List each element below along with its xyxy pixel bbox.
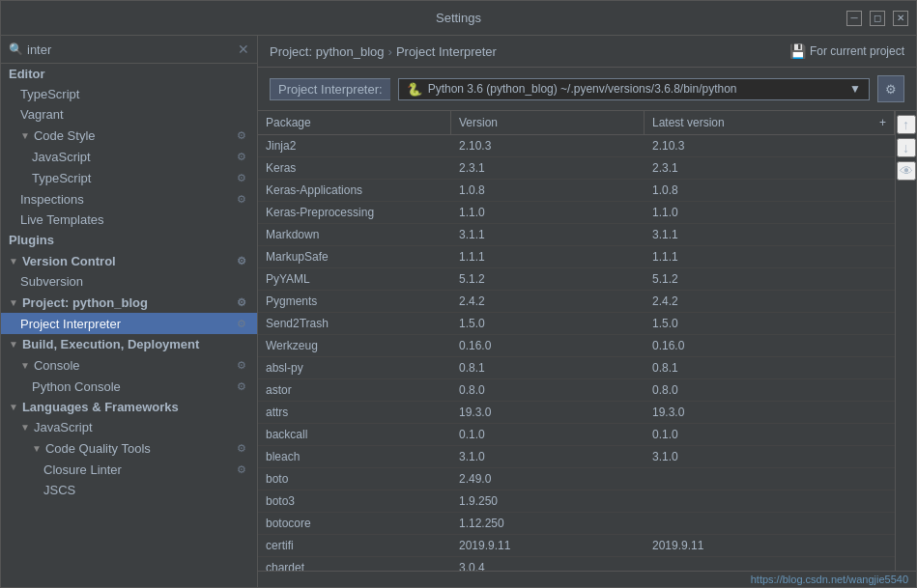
sidebar-item-typescript-cs[interactable]: TypeScript ⚙: [1, 167, 257, 188]
table-row[interactable]: astor0.8.00.8.0: [258, 379, 895, 402]
table-row[interactable]: PyYAML5.1.25.1.2: [258, 268, 895, 291]
table-row[interactable]: botocore1.12.250: [258, 513, 895, 535]
package-latest: 2019.9.11: [645, 535, 895, 556]
collapse-arrow-icon: ▼: [9, 339, 18, 350]
package-name: bleach: [258, 446, 451, 467]
sidebar-item-project-interpreter[interactable]: Project Interpreter ⚙: [1, 313, 257, 334]
package-version: 19.3.0: [451, 402, 645, 423]
config-icon: ⚙: [234, 316, 249, 331]
sidebar-item-label: Project: python_blog: [22, 295, 234, 310]
table-row[interactable]: MarkupSafe1.1.11.1.1: [258, 246, 895, 268]
collapse-arrow-icon: ▼: [32, 443, 42, 454]
sidebar-item-jscs[interactable]: JSCS: [1, 480, 257, 500]
sidebar-item-plugins[interactable]: Plugins: [1, 230, 257, 250]
table-row[interactable]: Markdown3.1.13.1.1: [258, 224, 895, 246]
table-row[interactable]: Pygments2.4.22.4.2: [258, 291, 895, 313]
table-row[interactable]: absl-py0.8.10.8.1: [258, 357, 895, 379]
scroll-down-button[interactable]: ↓: [897, 138, 916, 157]
search-clear-icon[interactable]: ✕: [238, 42, 249, 57]
sidebar-item-label: Closure Linter: [43, 462, 234, 477]
table-row[interactable]: bleach3.1.03.1.0: [258, 446, 895, 468]
package-latest: 1.1.0: [645, 202, 895, 223]
minimize-button[interactable]: ─: [846, 11, 862, 26]
package-latest: 1.5.0: [645, 313, 895, 334]
package-version: 3.0.4: [451, 557, 645, 571]
package-version: 2.4.2: [451, 291, 645, 312]
sidebar-item-label: TypeScript: [32, 171, 234, 185]
sidebar-item-languages-frameworks[interactable]: ▼ Languages & Frameworks: [1, 397, 257, 417]
package-version: 1.5.0: [451, 313, 645, 334]
package-name: Jinja2: [258, 135, 451, 156]
sidebar-item-live-templates[interactable]: Live Templates: [1, 210, 257, 230]
table-row[interactable]: Werkzeug0.16.00.16.0: [258, 335, 895, 357]
breadcrumb-project: Project: python_blog: [270, 44, 385, 59]
sidebar-item-project-python-blog[interactable]: ▼ Project: python_blog ⚙: [1, 292, 257, 313]
package-name: Send2Trash: [258, 313, 451, 334]
package-version: 3.1.0: [451, 446, 645, 467]
package-latest: 3.1.0: [645, 446, 895, 467]
package-version: 2.10.3: [451, 135, 645, 156]
table-row[interactable]: boto2.49.0: [258, 468, 895, 490]
sidebar-item-editor[interactable]: Editor: [1, 64, 257, 84]
package-version: 0.8.0: [451, 379, 645, 401]
sidebar-item-inspections[interactable]: Inspections ⚙: [1, 188, 257, 210]
interpreter-gear-button[interactable]: ⚙: [877, 75, 904, 102]
packages-scroll[interactable]: Jinja22.10.32.10.3Keras2.3.12.3.1Keras-A…: [258, 135, 895, 571]
package-latest: 1.0.8: [645, 180, 895, 201]
sidebar-item-label: Python Console: [32, 379, 234, 394]
packages-header: Package Version Latest version +: [258, 111, 895, 135]
sidebar-item-label: Code Quality Tools: [45, 441, 234, 456]
sidebar-item-code-style[interactable]: ▼ Code Style ⚙: [1, 125, 257, 146]
package-name: PyYAML: [258, 268, 451, 290]
package-latest: 19.3.0: [645, 402, 895, 423]
package-latest: 0.1.0: [645, 424, 895, 445]
table-row[interactable]: certifi2019.9.112019.9.11: [258, 535, 895, 557]
project-icon: 💾: [789, 43, 806, 59]
sidebar-item-label: Editor: [9, 67, 249, 81]
sidebar-item-subversion[interactable]: Subversion: [1, 271, 257, 292]
package-version: 2.3.1: [451, 157, 645, 179]
search-bar: 🔍 ✕: [1, 36, 257, 64]
search-input[interactable]: [27, 42, 234, 57]
sidebar-item-version-control[interactable]: ▼ Version Control ⚙: [1, 250, 257, 271]
close-button[interactable]: ✕: [893, 11, 908, 26]
interpreter-select[interactable]: 🐍 Python 3.6 (python_blog) ~/.pyenv/vers…: [398, 78, 870, 100]
table-row[interactable]: backcall0.1.00.1.0: [258, 424, 895, 446]
table-row[interactable]: Keras-Preprocessing1.1.01.1.0: [258, 202, 895, 224]
add-package-button[interactable]: +: [879, 116, 886, 129]
scroll-up-button[interactable]: ↑: [897, 115, 916, 134]
eye-button[interactable]: 👁: [897, 161, 916, 181]
sidebar-item-label: Project Interpreter: [20, 317, 234, 331]
sidebar-item-code-quality-tools[interactable]: ▼ Code Quality Tools ⚙: [1, 437, 257, 459]
table-row[interactable]: attrs19.3.019.3.0: [258, 402, 895, 424]
package-name: boto3: [258, 490, 451, 512]
sidebar-item-javascript-lf[interactable]: ▼ JavaScript: [1, 417, 257, 437]
sidebar-item-build-exec[interactable]: ▼ Build, Execution, Deployment: [1, 334, 257, 354]
sidebar-item-javascript-cs[interactable]: JavaScript ⚙: [1, 146, 257, 167]
package-latest: [645, 468, 895, 490]
sidebar-item-label: Version Control: [22, 254, 234, 268]
collapse-arrow-icon: ▼: [9, 297, 18, 308]
search-icon: 🔍: [9, 42, 23, 56]
sidebar-item-python-console[interactable]: Python Console ⚙: [1, 376, 257, 397]
sidebar-item-label: Inspections: [20, 192, 234, 207]
table-row[interactable]: Keras-Applications1.0.81.0.8: [258, 180, 895, 202]
restore-button[interactable]: ◻: [870, 11, 885, 26]
table-row[interactable]: boto31.9.250: [258, 490, 895, 513]
sidebar-item-label: Plugins: [9, 233, 249, 247]
table-row[interactable]: Jinja22.10.32.10.3: [258, 135, 895, 157]
sidebar-item-label: JavaScript: [32, 150, 234, 164]
sidebar-item-console[interactable]: ▼ Console ⚙: [1, 354, 257, 376]
for-current-project: 💾 For current project: [789, 43, 904, 59]
package-name: absl-py: [258, 357, 451, 378]
table-row[interactable]: Keras2.3.12.3.1: [258, 157, 895, 180]
inspect-icon: ⚙: [234, 191, 249, 207]
package-version: 2019.9.11: [451, 535, 645, 556]
table-row[interactable]: chardet3.0.4: [258, 557, 895, 571]
side-actions: ↑ ↓ 👁: [895, 111, 916, 571]
sidebar-item-vagrant[interactable]: Vagrant: [1, 104, 257, 125]
sidebar-item-label: Code Style: [34, 128, 234, 143]
table-row[interactable]: Send2Trash1.5.01.5.0: [258, 313, 895, 335]
sidebar-item-typescript[interactable]: TypeScript: [1, 84, 257, 104]
sidebar-item-closure-linter[interactable]: Closure Linter ⚙: [1, 459, 257, 480]
